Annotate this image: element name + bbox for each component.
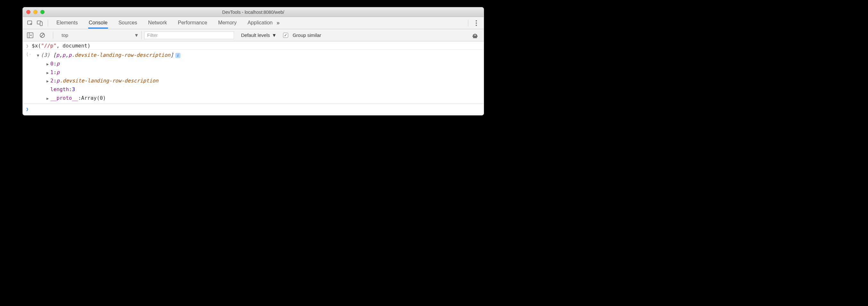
log-levels-label: Default levels	[241, 32, 270, 38]
clear-console-icon[interactable]	[37, 30, 47, 40]
separator	[53, 32, 53, 39]
svg-rect-2	[40, 22, 42, 26]
console-settings-icon[interactable]	[470, 30, 480, 40]
prompt-input[interactable]	[32, 106, 480, 112]
devtools-window: DevTools - localhost:8080/web/ Elements …	[23, 7, 484, 115]
context-selector[interactable]: top ▼	[59, 31, 142, 39]
console-toolbar: top ▼ Default levels ▼ ✓ Group similar	[23, 29, 484, 41]
context-label: top	[62, 32, 68, 38]
kebab-menu-button[interactable]	[471, 18, 481, 28]
tab-elements[interactable]: Elements	[56, 17, 79, 29]
input-marker-icon: ❯	[26, 43, 32, 49]
svg-point-5	[476, 25, 477, 26]
inspect-element-icon[interactable]	[25, 18, 35, 28]
toggle-device-toolbar-icon[interactable]	[35, 18, 44, 28]
console-input-echo[interactable]: ❯ $x("//p", document)	[23, 41, 484, 50]
console-body: ❯ $x("//p", document) ⟨· (3) [p, p, p.de…	[23, 41, 484, 115]
expand-toggle-icon[interactable]	[46, 70, 50, 76]
group-similar-label: Group similar	[292, 32, 321, 38]
svg-line-9	[41, 34, 44, 37]
more-tabs-button[interactable]: »	[273, 18, 283, 28]
tab-sources[interactable]: Sources	[118, 17, 138, 29]
dropdown-caret-icon: ▼	[272, 32, 277, 38]
show-console-sidebar-icon[interactable]	[25, 30, 35, 40]
input-expression: $x("//p", document)	[32, 43, 480, 49]
proto-property[interactable]: __proto__: Array(0)	[32, 94, 480, 103]
console-prompt[interactable]: ❯	[23, 104, 484, 115]
tab-application[interactable]: Application	[247, 17, 273, 29]
log-levels-selector[interactable]: Default levels ▼	[241, 32, 277, 38]
main-tabstrip: Elements Console Sources Network Perform…	[23, 17, 484, 29]
array-summary[interactable]: (3) [p, p, p.devsite-landing-row-descrip…	[32, 51, 480, 60]
info-badge-icon[interactable]: i	[175, 53, 181, 58]
tab-performance[interactable]: Performance	[177, 17, 208, 29]
output-object: (3) [p, p, p.devsite-landing-row-descrip…	[32, 51, 480, 103]
svg-point-10	[474, 35, 476, 36]
separator	[48, 20, 48, 27]
filter-input[interactable]	[144, 31, 234, 39]
array-item[interactable]: 1: p	[32, 68, 480, 77]
expand-toggle-icon[interactable]	[46, 78, 50, 84]
length-property[interactable]: length: 3	[32, 85, 480, 94]
console-output[interactable]: ⟨· (3) [p, p, p.devsite-landing-row-desc…	[23, 50, 484, 104]
array-item[interactable]: 2: p.devsite-landing-row-description	[32, 77, 480, 85]
output-marker-icon: ⟨·	[26, 51, 32, 57]
svg-point-3	[476, 20, 477, 22]
group-similar-checkbox[interactable]: ✓	[283, 33, 288, 38]
prompt-marker-icon: ❯	[26, 106, 32, 112]
dropdown-caret-icon: ▼	[134, 32, 139, 38]
expand-toggle-icon[interactable]	[46, 61, 50, 67]
expand-toggle-icon[interactable]	[46, 95, 50, 102]
window-title: DevTools - localhost:8080/web/	[23, 10, 484, 15]
svg-point-4	[476, 23, 477, 24]
tab-memory[interactable]: Memory	[217, 17, 237, 29]
tab-console[interactable]: Console	[88, 17, 108, 29]
separator	[468, 20, 468, 27]
panel-tabs: Elements Console Sources Network Perform…	[56, 17, 273, 29]
titlebar: DevTools - localhost:8080/web/	[23, 7, 484, 17]
array-item[interactable]: 0: p	[32, 60, 480, 68]
tab-network[interactable]: Network	[148, 17, 168, 29]
expand-toggle-icon[interactable]	[37, 53, 41, 59]
